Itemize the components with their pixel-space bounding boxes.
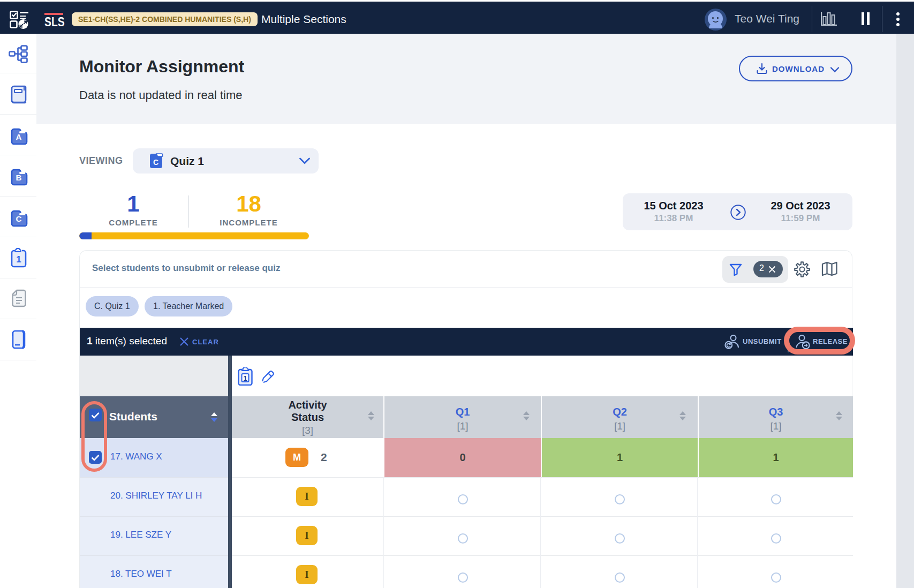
- svg-text:1: 1: [16, 254, 21, 265]
- svg-text:C: C: [16, 214, 22, 223]
- svg-text:B: B: [16, 173, 22, 182]
- svg-text:1: 1: [243, 374, 247, 382]
- svg-text:C: C: [153, 158, 158, 167]
- svg-text:A: A: [16, 132, 22, 141]
